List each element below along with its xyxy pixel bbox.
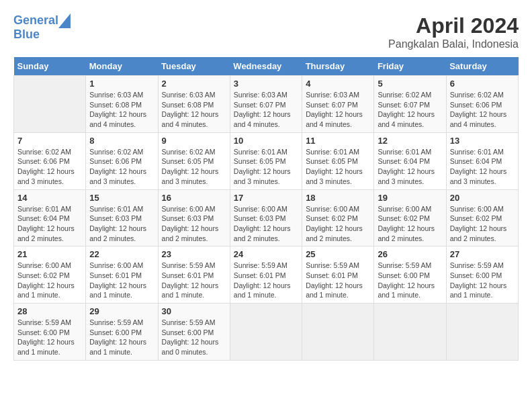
day-info: Sunrise: 6:00 AM Sunset: 6:02 PM Dayligh…: [17, 261, 82, 300]
calendar-cell: 5Sunrise: 6:02 AM Sunset: 6:07 PM Daylig…: [374, 76, 446, 133]
day-info: Sunrise: 5:59 AM Sunset: 6:01 PM Dayligh…: [306, 261, 370, 300]
weekday-header-friday: Friday: [374, 57, 446, 76]
calendar-cell: 17Sunrise: 6:00 AM Sunset: 6:03 PM Dayli…: [230, 189, 302, 246]
day-number: 28: [17, 306, 82, 316]
calendar-cell: 7Sunrise: 6:02 AM Sunset: 6:06 PM Daylig…: [14, 132, 86, 189]
weekday-header-saturday: Saturday: [446, 57, 518, 76]
day-info: Sunrise: 6:02 AM Sunset: 6:07 PM Dayligh…: [378, 90, 442, 130]
day-info: Sunrise: 6:01 AM Sunset: 6:05 PM Dayligh…: [234, 147, 298, 187]
day-number: 13: [450, 136, 515, 146]
day-number: 6: [450, 79, 515, 89]
calendar-cell: [14, 76, 86, 133]
logo-text: General: [13, 14, 58, 28]
day-info: Sunrise: 6:00 AM Sunset: 6:02 PM Dayligh…: [306, 204, 370, 244]
calendar-cell: 29Sunrise: 5:59 AM Sunset: 6:00 PM Dayli…: [86, 304, 158, 361]
calendar-title: April 2024: [388, 13, 519, 38]
weekday-header-wednesday: Wednesday: [230, 57, 302, 76]
day-info: Sunrise: 6:01 AM Sunset: 6:04 PM Dayligh…: [378, 147, 442, 187]
calendar-cell: 16Sunrise: 6:00 AM Sunset: 6:03 PM Dayli…: [158, 189, 230, 246]
day-info: Sunrise: 6:03 AM Sunset: 6:07 PM Dayligh…: [234, 90, 298, 130]
day-info: Sunrise: 6:02 AM Sunset: 6:05 PM Dayligh…: [162, 147, 226, 187]
calendar-cell: 3Sunrise: 6:03 AM Sunset: 6:07 PM Daylig…: [230, 76, 302, 133]
day-number: 23: [162, 249, 226, 259]
weekday-header-row: SundayMondayTuesdayWednesdayThursdayFrid…: [14, 57, 519, 76]
calendar-cell: [302, 304, 374, 361]
calendar-cell: 28Sunrise: 5:59 AM Sunset: 6:00 PM Dayli…: [14, 304, 86, 361]
day-number: 19: [378, 193, 442, 203]
day-number: 14: [17, 193, 82, 203]
logo: General Blue: [13, 13, 71, 42]
day-info: Sunrise: 5:59 AM Sunset: 6:00 PM Dayligh…: [89, 318, 154, 357]
day-info: Sunrise: 5:59 AM Sunset: 6:00 PM Dayligh…: [378, 261, 442, 300]
day-info: Sunrise: 5:59 AM Sunset: 6:00 PM Dayligh…: [450, 261, 515, 300]
calendar-cell: 25Sunrise: 5:59 AM Sunset: 6:01 PM Dayli…: [302, 246, 374, 304]
day-info: Sunrise: 6:02 AM Sunset: 6:06 PM Dayligh…: [89, 147, 154, 187]
day-number: 17: [234, 193, 298, 203]
calendar-cell: 26Sunrise: 5:59 AM Sunset: 6:00 PM Dayli…: [374, 246, 446, 304]
day-info: Sunrise: 6:03 AM Sunset: 6:07 PM Dayligh…: [306, 90, 370, 130]
day-number: 3: [234, 79, 298, 89]
calendar-cell: 23Sunrise: 5:59 AM Sunset: 6:01 PM Dayli…: [158, 246, 230, 304]
day-number: 4: [306, 79, 370, 89]
calendar-cell: 12Sunrise: 6:01 AM Sunset: 6:04 PM Dayli…: [374, 132, 446, 189]
calendar-cell: 13Sunrise: 6:01 AM Sunset: 6:04 PM Dayli…: [446, 132, 518, 189]
day-number: 1: [89, 79, 154, 89]
day-number: 11: [306, 136, 370, 146]
calendar-cell: 14Sunrise: 6:01 AM Sunset: 6:04 PM Dayli…: [14, 189, 86, 246]
day-info: Sunrise: 5:59 AM Sunset: 6:00 PM Dayligh…: [17, 318, 82, 357]
day-number: 15: [89, 193, 154, 203]
calendar-cell: [230, 304, 302, 361]
week-row-1: 1Sunrise: 6:03 AM Sunset: 6:08 PM Daylig…: [14, 76, 519, 133]
calendar-cell: 15Sunrise: 6:01 AM Sunset: 6:03 PM Dayli…: [86, 189, 158, 246]
day-info: Sunrise: 6:03 AM Sunset: 6:08 PM Dayligh…: [162, 90, 226, 130]
day-info: Sunrise: 5:59 AM Sunset: 6:00 PM Dayligh…: [162, 318, 226, 357]
day-number: 26: [378, 249, 442, 259]
page-header: General Blue April 2024 Pangkalan Balai,…: [13, 13, 519, 50]
day-number: 21: [17, 249, 82, 259]
day-info: Sunrise: 6:02 AM Sunset: 6:06 PM Dayligh…: [450, 90, 515, 130]
calendar-cell: 27Sunrise: 5:59 AM Sunset: 6:00 PM Dayli…: [446, 246, 518, 304]
day-info: Sunrise: 5:59 AM Sunset: 6:01 PM Dayligh…: [162, 261, 226, 300]
week-row-3: 14Sunrise: 6:01 AM Sunset: 6:04 PM Dayli…: [14, 189, 519, 246]
logo-blue-text: Blue: [13, 28, 40, 42]
calendar-cell: 2Sunrise: 6:03 AM Sunset: 6:08 PM Daylig…: [158, 76, 230, 133]
day-number: 12: [378, 136, 442, 146]
day-number: 10: [234, 136, 298, 146]
day-info: Sunrise: 6:02 AM Sunset: 6:06 PM Dayligh…: [17, 147, 82, 187]
calendar-cell: 10Sunrise: 6:01 AM Sunset: 6:05 PM Dayli…: [230, 132, 302, 189]
day-info: Sunrise: 6:03 AM Sunset: 6:08 PM Dayligh…: [89, 90, 154, 130]
day-info: Sunrise: 6:00 AM Sunset: 6:03 PM Dayligh…: [162, 204, 226, 244]
calendar-cell: 6Sunrise: 6:02 AM Sunset: 6:06 PM Daylig…: [446, 76, 518, 133]
calendar-cell: [446, 304, 518, 361]
calendar-cell: 19Sunrise: 6:00 AM Sunset: 6:02 PM Dayli…: [374, 189, 446, 246]
day-number: 18: [306, 193, 370, 203]
calendar-cell: 20Sunrise: 6:00 AM Sunset: 6:02 PM Dayli…: [446, 189, 518, 246]
day-info: Sunrise: 6:00 AM Sunset: 6:01 PM Dayligh…: [89, 261, 154, 300]
week-row-2: 7Sunrise: 6:02 AM Sunset: 6:06 PM Daylig…: [14, 132, 519, 189]
day-info: Sunrise: 6:01 AM Sunset: 6:04 PM Dayligh…: [17, 204, 82, 244]
weekday-header-thursday: Thursday: [302, 57, 374, 76]
calendar-table: SundayMondayTuesdayWednesdayThursdayFrid…: [13, 57, 519, 361]
day-info: Sunrise: 6:00 AM Sunset: 6:02 PM Dayligh…: [450, 204, 515, 244]
calendar-cell: [374, 304, 446, 361]
day-number: 22: [89, 249, 154, 259]
day-number: 9: [162, 136, 226, 146]
day-number: 27: [450, 249, 515, 259]
calendar-cell: 9Sunrise: 6:02 AM Sunset: 6:05 PM Daylig…: [158, 132, 230, 189]
day-number: 5: [378, 79, 442, 89]
day-number: 2: [162, 79, 226, 89]
day-info: Sunrise: 6:01 AM Sunset: 6:04 PM Dayligh…: [450, 147, 515, 187]
calendar-cell: 11Sunrise: 6:01 AM Sunset: 6:05 PM Dayli…: [302, 132, 374, 189]
day-number: 24: [234, 249, 298, 259]
calendar-cell: 4Sunrise: 6:03 AM Sunset: 6:07 PM Daylig…: [302, 76, 374, 133]
calendar-cell: 22Sunrise: 6:00 AM Sunset: 6:01 PM Dayli…: [86, 246, 158, 304]
day-info: Sunrise: 6:00 AM Sunset: 6:02 PM Dayligh…: [378, 204, 442, 244]
day-number: 29: [89, 306, 154, 316]
day-info: Sunrise: 6:01 AM Sunset: 6:03 PM Dayligh…: [89, 204, 154, 244]
calendar-cell: 21Sunrise: 6:00 AM Sunset: 6:02 PM Dayli…: [14, 246, 86, 304]
day-number: 16: [162, 193, 226, 203]
calendar-cell: 8Sunrise: 6:02 AM Sunset: 6:06 PM Daylig…: [86, 132, 158, 189]
week-row-4: 21Sunrise: 6:00 AM Sunset: 6:02 PM Dayli…: [14, 246, 519, 304]
day-number: 8: [89, 136, 154, 146]
day-number: 20: [450, 193, 515, 203]
